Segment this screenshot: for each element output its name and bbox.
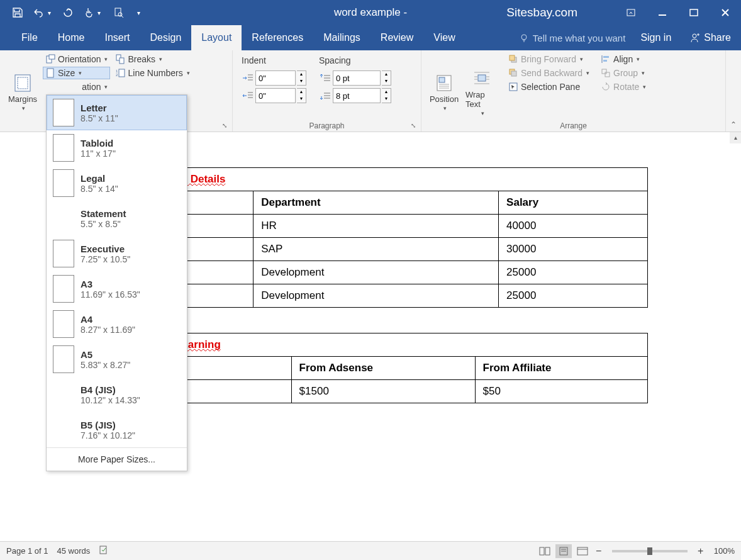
svg-rect-3 (627, 9, 635, 16)
more-paper-sizes[interactable]: More Paper Sizes... (47, 447, 187, 471)
selection-pane-button[interactable]: Selection Pane (506, 81, 592, 93)
scroll-up-button[interactable]: ▴ (730, 132, 741, 143)
indent-right-row: ▲▼ (242, 88, 306, 103)
print-layout-button[interactable] (555, 544, 572, 558)
send-backward-button[interactable]: Send Backward▾ (506, 67, 592, 79)
tab-review[interactable]: Review (370, 25, 423, 50)
svg-rect-41 (478, 75, 486, 81)
zoom-slider[interactable] (612, 550, 688, 552)
size-option-a3[interactable]: A3 11.69" x 16.53" (47, 271, 187, 306)
indent-left-down[interactable]: ▼ (297, 78, 306, 85)
indent-right-down[interactable]: ▼ (297, 96, 306, 103)
columns-button-partial[interactable]: ation▾ (43, 81, 110, 93)
print-preview-button[interactable] (106, 0, 131, 25)
group-button[interactable]: Group▾ (598, 67, 649, 79)
size-dim: 5.83" x 8.27" (81, 360, 130, 370)
indent-right-input[interactable] (255, 88, 296, 103)
align-button[interactable]: Align▾ (598, 53, 649, 65)
zoom-in-button[interactable]: + (695, 546, 706, 557)
indent-right-icon (242, 90, 254, 101)
tab-file[interactable]: File (11, 25, 48, 50)
page-status[interactable]: Page 1 of 1 (6, 546, 48, 556)
spacing-after-up[interactable]: ▲ (382, 89, 391, 96)
touch-mode-button[interactable]: ▾ (81, 0, 106, 25)
tab-home[interactable]: Home (48, 25, 95, 50)
page-icon (53, 240, 74, 267)
page-setup-launcher[interactable]: ⤡ (222, 122, 230, 130)
indent-right-up[interactable]: ▲ (297, 89, 306, 96)
bring-forward-button[interactable]: Bring Forward▾ (506, 53, 592, 65)
breaks-button[interactable]: Breaks▾ (113, 53, 192, 65)
line-numbers-button[interactable]: 12Line Numbers▾ (113, 67, 192, 79)
svg-rect-0 (115, 8, 121, 16)
redo-button[interactable] (55, 0, 81, 25)
selection-pane-icon (508, 82, 518, 92)
signin-button[interactable]: Sign in (633, 32, 679, 43)
size-option-tabloid[interactable]: Tabloid 11" x 17" (47, 130, 187, 165)
breaks-icon (115, 54, 125, 64)
spacing-after-down[interactable]: ▼ (382, 96, 391, 103)
size-option-legal[interactable]: Legal 8.5" x 14" (47, 165, 187, 201)
size-option-statement[interactable]: Statement 5.5" x 8.5" (47, 201, 187, 236)
size-name: Legal (81, 173, 118, 184)
tell-me-search[interactable]: Tell me what you want (511, 33, 633, 43)
svg-rect-23 (119, 69, 125, 77)
size-dim: 8.5" x 11" (81, 113, 118, 123)
collapse-ribbon-button[interactable]: ⌃ (730, 120, 737, 129)
indent-left-icon (242, 72, 254, 84)
size-option-executive[interactable]: Executive 7.25" x 10.5" (47, 236, 187, 271)
page-icon (53, 275, 74, 303)
spacing-after-input[interactable] (333, 88, 381, 103)
spellcheck-icon[interactable] (99, 545, 110, 557)
svg-rect-37 (439, 77, 445, 82)
margins-icon (13, 73, 33, 93)
size-option-b5-jis-[interactable]: B5 (JIS) 7.16" x 10.12" (47, 412, 187, 447)
wrap-text-button[interactable]: Wrap Text▾ (464, 53, 499, 132)
svg-rect-60 (545, 547, 550, 555)
maximize-button[interactable] (678, 0, 710, 25)
spacing-before-up[interactable]: ▲ (382, 71, 391, 78)
svg-rect-54 (603, 56, 609, 58)
tab-references[interactable]: References (242, 25, 313, 50)
save-button[interactable] (5, 0, 30, 25)
word-count[interactable]: 45 words (57, 546, 91, 556)
zoom-thumb[interactable] (647, 547, 652, 555)
bulb-icon (519, 33, 529, 43)
page-icon (53, 169, 74, 197)
paragraph-launcher[interactable]: ⤡ (411, 122, 418, 130)
tab-mailings[interactable]: Mailings (313, 25, 370, 50)
size-option-letter[interactable]: Letter 8.5" x 11" (47, 95, 187, 130)
size-button[interactable]: Size▾ (43, 67, 110, 79)
web-layout-button[interactable] (574, 544, 591, 558)
qat-customize-button[interactable]: ▾ (131, 0, 146, 25)
brand-label: Sitesbay.com (506, 6, 577, 20)
share-button[interactable]: Share (679, 32, 741, 43)
rotate-button[interactable]: Rotate▾ (598, 81, 649, 93)
orientation-button[interactable]: Orientation▾ (43, 53, 110, 65)
align-icon (601, 54, 611, 64)
size-option-b4-jis-[interactable]: B4 (JIS) 10.12" x 14.33" (47, 377, 187, 412)
undo-button[interactable]: ▾ (30, 0, 55, 25)
margins-button[interactable]: Margins ▾ (5, 53, 40, 132)
position-icon (434, 73, 454, 93)
tab-view[interactable]: View (423, 25, 465, 50)
size-option-a4[interactable]: A4 8.27" x 11.69" (47, 306, 187, 342)
size-dropdown-menu: Letter 8.5" x 11" Tabloid 11" x 17" Lega… (46, 94, 187, 471)
tab-design[interactable]: Design (140, 25, 191, 50)
bring-forward-icon (508, 54, 518, 64)
spacing-before-down[interactable]: ▼ (382, 78, 391, 85)
size-option-a5[interactable]: A5 5.83" x 8.27" (47, 342, 187, 377)
zoom-level[interactable]: 100% (714, 546, 735, 556)
spacing-before-input[interactable] (333, 70, 381, 86)
read-mode-button[interactable] (537, 544, 553, 558)
tab-insert[interactable]: Insert (94, 25, 140, 50)
indent-left-up[interactable]: ▲ (297, 71, 306, 78)
position-button[interactable]: Position▾ (426, 53, 462, 132)
tab-layout[interactable]: Layout (191, 25, 242, 50)
indent-left-input[interactable] (255, 70, 296, 86)
close-button[interactable] (710, 0, 741, 25)
zoom-out-button[interactable]: − (593, 546, 604, 557)
ribbon-display-button[interactable] (615, 0, 647, 25)
minimize-button[interactable] (647, 0, 678, 25)
size-name: Tabloid (81, 138, 116, 148)
